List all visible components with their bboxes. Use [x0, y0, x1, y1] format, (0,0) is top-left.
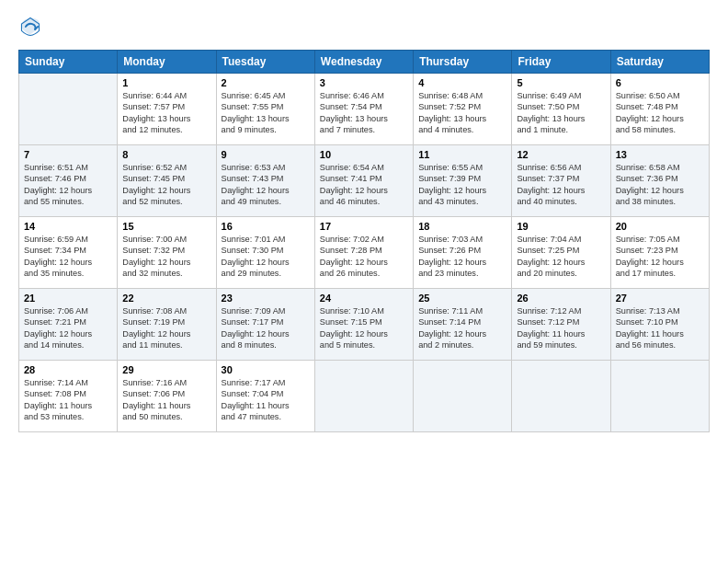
day-number: 7	[24, 149, 112, 160]
day-number: 6	[616, 77, 704, 88]
day-info: Sunrise: 6:55 AM Sunset: 7:39 PM Dayligh…	[418, 162, 506, 208]
day-number: 25	[418, 293, 506, 304]
day-cell: 29Sunrise: 7:16 AM Sunset: 7:06 PM Dayli…	[118, 361, 216, 432]
day-number: 23	[222, 293, 310, 304]
day-cell: 4Sunrise: 6:48 AM Sunset: 7:52 PM Daylig…	[414, 74, 512, 145]
day-cell: 10Sunrise: 6:54 AM Sunset: 7:41 PM Dayli…	[314, 145, 413, 217]
day-info: Sunrise: 7:02 AM Sunset: 7:28 PM Dayligh…	[320, 234, 408, 280]
day-number: 9	[222, 149, 310, 160]
day-info: Sunrise: 6:59 AM Sunset: 7:34 PM Dayligh…	[24, 234, 112, 280]
day-number: 3	[320, 77, 408, 88]
day-cell: 21Sunrise: 7:06 AM Sunset: 7:21 PM Dayli…	[19, 289, 118, 361]
day-number: 4	[418, 77, 506, 88]
day-info: Sunrise: 6:52 AM Sunset: 7:45 PM Dayligh…	[122, 162, 210, 208]
day-cell: 6Sunrise: 6:50 AM Sunset: 7:48 PM Daylig…	[610, 74, 709, 145]
day-info: Sunrise: 6:51 AM Sunset: 7:46 PM Dayligh…	[24, 162, 112, 208]
day-info: Sunrise: 7:08 AM Sunset: 7:19 PM Dayligh…	[122, 305, 210, 351]
day-cell: 18Sunrise: 7:03 AM Sunset: 7:26 PM Dayli…	[414, 217, 512, 289]
day-cell: 5Sunrise: 6:49 AM Sunset: 7:50 PM Daylig…	[512, 74, 610, 145]
day-cell: 27Sunrise: 7:13 AM Sunset: 7:10 PM Dayli…	[610, 289, 709, 361]
calendar: SundayMondayTuesdayWednesdayThursdayFrid…	[18, 50, 710, 432]
day-info: Sunrise: 7:10 AM Sunset: 7:15 PM Dayligh…	[320, 305, 408, 351]
day-number: 12	[517, 149, 605, 160]
day-cell: 24Sunrise: 7:10 AM Sunset: 7:15 PM Dayli…	[314, 289, 413, 361]
day-cell: 7Sunrise: 6:51 AM Sunset: 7:46 PM Daylig…	[19, 145, 118, 217]
day-cell: 13Sunrise: 6:58 AM Sunset: 7:36 PM Dayli…	[610, 145, 709, 217]
day-cell: 25Sunrise: 7:11 AM Sunset: 7:14 PM Dayli…	[414, 289, 512, 361]
day-info: Sunrise: 7:01 AM Sunset: 7:30 PM Dayligh…	[222, 234, 310, 280]
day-info: Sunrise: 7:12 AM Sunset: 7:12 PM Dayligh…	[517, 305, 605, 351]
day-cell: 23Sunrise: 7:09 AM Sunset: 7:17 PM Dayli…	[216, 289, 314, 361]
day-number: 20	[616, 221, 704, 232]
day-info: Sunrise: 6:54 AM Sunset: 7:41 PM Dayligh…	[320, 162, 408, 208]
day-number: 28	[24, 364, 112, 375]
day-cell: 17Sunrise: 7:02 AM Sunset: 7:28 PM Dayli…	[314, 217, 413, 289]
col-header-tuesday: Tuesday	[216, 51, 314, 74]
day-info: Sunrise: 7:09 AM Sunset: 7:17 PM Dayligh…	[222, 305, 310, 351]
day-cell: 30Sunrise: 7:17 AM Sunset: 7:04 PM Dayli…	[216, 361, 314, 432]
day-cell: 2Sunrise: 6:45 AM Sunset: 7:55 PM Daylig…	[216, 74, 314, 145]
day-cell: 20Sunrise: 7:05 AM Sunset: 7:23 PM Dayli…	[610, 217, 709, 289]
day-number: 29	[122, 364, 210, 375]
day-number: 19	[517, 221, 605, 232]
day-cell: 19Sunrise: 7:04 AM Sunset: 7:25 PM Dayli…	[512, 217, 610, 289]
logo-icon	[20, 17, 40, 37]
day-info: Sunrise: 7:04 AM Sunset: 7:25 PM Dayligh…	[517, 234, 605, 280]
logo	[18, 17, 40, 40]
day-cell	[414, 361, 512, 432]
day-cell: 1Sunrise: 6:44 AM Sunset: 7:57 PM Daylig…	[118, 74, 216, 145]
day-number: 8	[122, 149, 210, 160]
day-number: 15	[122, 221, 210, 232]
day-info: Sunrise: 6:49 AM Sunset: 7:50 PM Dayligh…	[517, 90, 605, 136]
col-header-monday: Monday	[118, 51, 216, 74]
day-info: Sunrise: 7:06 AM Sunset: 7:21 PM Dayligh…	[24, 305, 112, 351]
week-row-1: 1Sunrise: 6:44 AM Sunset: 7:57 PM Daylig…	[19, 74, 710, 145]
day-number: 2	[222, 77, 310, 88]
day-number: 14	[24, 221, 112, 232]
day-number: 21	[24, 293, 112, 304]
day-info: Sunrise: 7:13 AM Sunset: 7:10 PM Dayligh…	[616, 305, 704, 351]
header-row: SundayMondayTuesdayWednesdayThursdayFrid…	[19, 51, 710, 74]
day-info: Sunrise: 6:44 AM Sunset: 7:57 PM Dayligh…	[122, 90, 210, 136]
page: SundayMondayTuesdayWednesdayThursdayFrid…	[0, 0, 728, 563]
day-info: Sunrise: 6:56 AM Sunset: 7:37 PM Dayligh…	[517, 162, 605, 208]
day-cell: 26Sunrise: 7:12 AM Sunset: 7:12 PM Dayli…	[512, 289, 610, 361]
day-cell: 22Sunrise: 7:08 AM Sunset: 7:19 PM Dayli…	[118, 289, 216, 361]
day-number: 16	[222, 221, 310, 232]
day-number: 27	[616, 293, 704, 304]
day-info: Sunrise: 7:11 AM Sunset: 7:14 PM Dayligh…	[418, 305, 506, 351]
day-cell	[19, 74, 118, 145]
day-number: 17	[320, 221, 408, 232]
day-info: Sunrise: 7:00 AM Sunset: 7:32 PM Dayligh…	[122, 234, 210, 280]
day-info: Sunrise: 6:58 AM Sunset: 7:36 PM Dayligh…	[616, 162, 704, 208]
week-row-3: 14Sunrise: 6:59 AM Sunset: 7:34 PM Dayli…	[19, 217, 710, 289]
day-number: 26	[517, 293, 605, 304]
day-number: 24	[320, 293, 408, 304]
day-cell	[610, 361, 709, 432]
day-info: Sunrise: 6:48 AM Sunset: 7:52 PM Dayligh…	[418, 90, 506, 136]
day-info: Sunrise: 7:03 AM Sunset: 7:26 PM Dayligh…	[418, 234, 506, 280]
day-number: 13	[616, 149, 704, 160]
day-cell: 14Sunrise: 6:59 AM Sunset: 7:34 PM Dayli…	[19, 217, 118, 289]
day-info: Sunrise: 7:16 AM Sunset: 7:06 PM Dayligh…	[122, 377, 210, 423]
col-header-thursday: Thursday	[414, 51, 512, 74]
day-info: Sunrise: 6:46 AM Sunset: 7:54 PM Dayligh…	[320, 90, 408, 136]
day-number: 5	[517, 77, 605, 88]
week-row-2: 7Sunrise: 6:51 AM Sunset: 7:46 PM Daylig…	[19, 145, 710, 217]
col-header-friday: Friday	[512, 51, 610, 74]
week-row-4: 21Sunrise: 7:06 AM Sunset: 7:21 PM Dayli…	[19, 289, 710, 361]
day-info: Sunrise: 7:05 AM Sunset: 7:23 PM Dayligh…	[616, 234, 704, 280]
day-cell	[512, 361, 610, 432]
day-cell: 8Sunrise: 6:52 AM Sunset: 7:45 PM Daylig…	[118, 145, 216, 217]
day-cell: 28Sunrise: 7:14 AM Sunset: 7:08 PM Dayli…	[19, 361, 118, 432]
day-cell: 3Sunrise: 6:46 AM Sunset: 7:54 PM Daylig…	[314, 74, 413, 145]
day-cell: 11Sunrise: 6:55 AM Sunset: 7:39 PM Dayli…	[414, 145, 512, 217]
day-info: Sunrise: 6:45 AM Sunset: 7:55 PM Dayligh…	[222, 90, 310, 136]
day-cell	[314, 361, 413, 432]
day-info: Sunrise: 6:50 AM Sunset: 7:48 PM Dayligh…	[616, 90, 704, 136]
header	[18, 17, 710, 40]
col-header-saturday: Saturday	[610, 51, 709, 74]
day-info: Sunrise: 7:14 AM Sunset: 7:08 PM Dayligh…	[24, 377, 112, 423]
day-number: 30	[222, 364, 310, 375]
day-cell: 16Sunrise: 7:01 AM Sunset: 7:30 PM Dayli…	[216, 217, 314, 289]
